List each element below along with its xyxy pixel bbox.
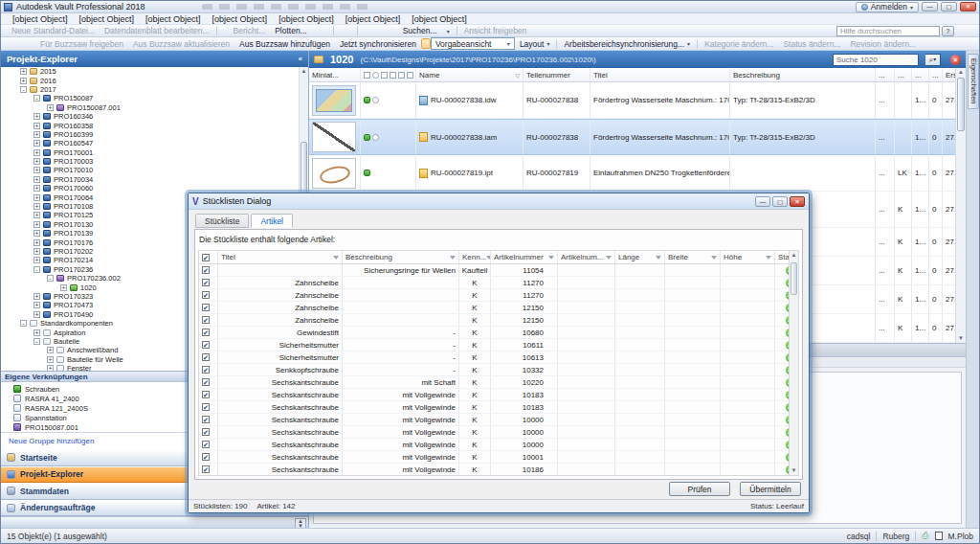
article-row[interactable]: Sicherungsringe für Wellen Kaufteil 1105…	[199, 264, 798, 277]
tree-item[interactable]: + PRO160346	[1, 112, 308, 121]
toolbar-button[interactable]	[7, 38, 16, 49]
tree-item[interactable]: + PRO170034	[1, 175, 308, 184]
toolbar-button[interactable]: Revision ändern...	[845, 38, 921, 49]
column-header-select[interactable]	[199, 251, 218, 263]
help-button[interactable]: ?	[942, 26, 954, 36]
tree-item[interactable]: + PRO160358	[1, 121, 308, 129]
article-checkbox[interactable]	[202, 416, 210, 423]
filter-icon[interactable]	[333, 256, 339, 260]
tree-item[interactable]: - PRO150087	[1, 94, 308, 102]
help-search-input[interactable]: Hilfe durchsuchen	[836, 26, 940, 36]
collapse-panel-icon[interactable]: «	[299, 55, 302, 63]
toolbar-button[interactable]	[216, 26, 217, 35]
tree-toggle-icon[interactable]: +	[33, 149, 40, 156]
column-header-laenge[interactable]: Länge	[615, 251, 665, 263]
menu-item[interactable]: [object Object]	[340, 14, 407, 24]
column-header-misc3[interactable]: ...	[912, 68, 929, 81]
article-row[interactable]: Sechskantschraube mit Vollgewinde K 1000…	[199, 414, 798, 426]
toolbar-button[interactable]: Layout	[515, 38, 555, 49]
tree-toggle-icon[interactable]: +	[33, 221, 40, 228]
tree-toggle-icon[interactable]: +	[33, 131, 40, 138]
toolbar-button[interactable]	[457, 26, 457, 35]
column-header-partnumber[interactable]: Teilenummer	[523, 68, 590, 81]
toolbar-button[interactable]	[357, 26, 358, 35]
article-checkbox[interactable]	[202, 329, 210, 336]
search-icon[interactable]: ⌕▾	[925, 54, 941, 66]
toolbar-button[interactable]: Für Buzzsaw freigeben	[35, 38, 128, 49]
maximize-button[interactable]: ▢	[941, 2, 957, 11]
tab-stueckliste[interactable]: Stückliste	[195, 214, 249, 228]
search-input[interactable]: Suche 1020	[833, 54, 919, 66]
article-checkbox[interactable]	[202, 391, 210, 398]
article-row[interactable]: Sechskantschraube mit Vollgewinde K 1000…	[199, 451, 798, 464]
tree-item[interactable]: + 2015	[1, 67, 308, 76]
article-checkbox[interactable]	[202, 428, 210, 436]
article-checkbox[interactable]	[202, 453, 210, 461]
tree-toggle-icon[interactable]: +	[33, 248, 40, 255]
column-header-title[interactable]: Titel	[590, 68, 730, 81]
article-row[interactable]: Zahnscheibe K 12150	[199, 302, 798, 314]
file-row[interactable]: RU-000027838.idw RU-000027838 Fördertrog…	[309, 82, 966, 119]
file-row[interactable]: RU-000027838.iam RU-000027838 Fördertrog…	[309, 119, 966, 155]
article-row[interactable]: Gewindestift - K 10680	[199, 327, 798, 339]
menu-item[interactable]: [object Object]	[74, 14, 141, 24]
article-row[interactable]: Sicherheitsmutter - K 10613	[199, 351, 798, 364]
toolbar-button[interactable]	[312, 26, 322, 36]
filter-icon[interactable]	[606, 256, 612, 260]
tree-toggle-icon[interactable]: +	[33, 212, 40, 218]
toolbar-button[interactable]: Bericht...	[229, 26, 271, 36]
tree-toggle-icon[interactable]: -	[47, 275, 54, 282]
column-header-description[interactable]: Beschreibung	[730, 68, 876, 81]
filter-icon[interactable]	[656, 256, 661, 260]
tree-item[interactable]: + PRO150087.001	[1, 103, 308, 112]
tree-toggle-icon[interactable]: +	[33, 230, 40, 237]
tree-toggle-icon[interactable]: +	[33, 194, 40, 201]
article-row[interactable]: Sechskantschraube mit Vollgewinde K 1018…	[199, 401, 798, 414]
file-row[interactable]: RU-000027819.ipt RU-000027819 Einlaufrah…	[309, 155, 966, 192]
article-checkbox[interactable]	[202, 353, 210, 361]
menu-item[interactable]: [object Object]	[207, 14, 274, 24]
toolbar-button[interactable]: Ansicht freigeben	[459, 26, 532, 36]
toolbar-button[interactable]	[336, 26, 345, 36]
check-button[interactable]: Prüfen	[669, 482, 730, 496]
article-checkbox[interactable]	[202, 366, 210, 374]
toolbar-button[interactable]: Arbeitsbereichsynchronisierung...	[559, 38, 695, 49]
tree-toggle-icon[interactable]: +	[20, 68, 27, 75]
toolbar-button[interactable]	[442, 26, 455, 36]
tree-item[interactable]: + PRO170001	[1, 148, 308, 157]
filter-icon[interactable]	[766, 256, 771, 260]
tree-toggle-icon[interactable]: +	[33, 239, 40, 246]
toolbar-button[interactable]: Neue Standard-Datei...	[7, 26, 100, 36]
dialog-title-bar[interactable]: V Stücklisten Dialog — ▢ ✕	[189, 193, 809, 210]
tree-toggle-icon[interactable]: -	[20, 320, 27, 327]
close-button[interactable]: ✕	[960, 2, 976, 11]
tree-toggle-icon[interactable]: +	[33, 302, 40, 308]
article-checkbox[interactable]	[202, 316, 210, 324]
tree-toggle-icon[interactable]: +	[60, 284, 67, 291]
tree-toggle-icon[interactable]: +	[47, 347, 54, 353]
toolbar-button[interactable]	[345, 26, 355, 36]
tree-toggle-icon[interactable]: +	[33, 329, 40, 336]
column-header-beschreibung[interactable]: Beschreibung	[343, 251, 459, 263]
toolbar-button[interactable]	[556, 39, 557, 49]
toolbar-button[interactable]: Vorgabeansicht	[431, 37, 515, 50]
toolbar-button[interactable]	[379, 26, 389, 36]
article-row[interactable]: Sechskantschraube mit Schaft K 10220	[199, 376, 798, 389]
scroll-up-icon[interactable]: ▲	[956, 68, 966, 77]
toolbar-button[interactable]: Kategorie ändern...	[700, 38, 778, 49]
clear-search-icon[interactable]: ✕	[950, 55, 961, 65]
column-header-titel[interactable]: Titel	[218, 251, 343, 263]
column-header-name[interactable]: Name ▽	[416, 68, 523, 81]
tree-toggle-icon[interactable]: +	[47, 356, 54, 363]
tree-toggle-icon[interactable]: +	[33, 176, 40, 183]
toolbar-button[interactable]: Plotten...	[270, 26, 312, 36]
article-row[interactable]: Sechskantschraube mit Vollgewinde K 1000…	[199, 426, 798, 439]
menu-item[interactable]: [object Object]	[273, 14, 340, 24]
dialog-maximize-button[interactable]: ▢	[772, 196, 788, 207]
scroll-up-icon[interactable]: ▲	[790, 251, 798, 260]
column-header-hoehe[interactable]: Höhe	[721, 251, 775, 263]
toolbar-button[interactable]	[369, 26, 379, 36]
tree-toggle-icon[interactable]: +	[47, 365, 54, 371]
dialog-close-button[interactable]: ✕	[790, 196, 805, 207]
article-checkbox[interactable]	[202, 291, 210, 299]
